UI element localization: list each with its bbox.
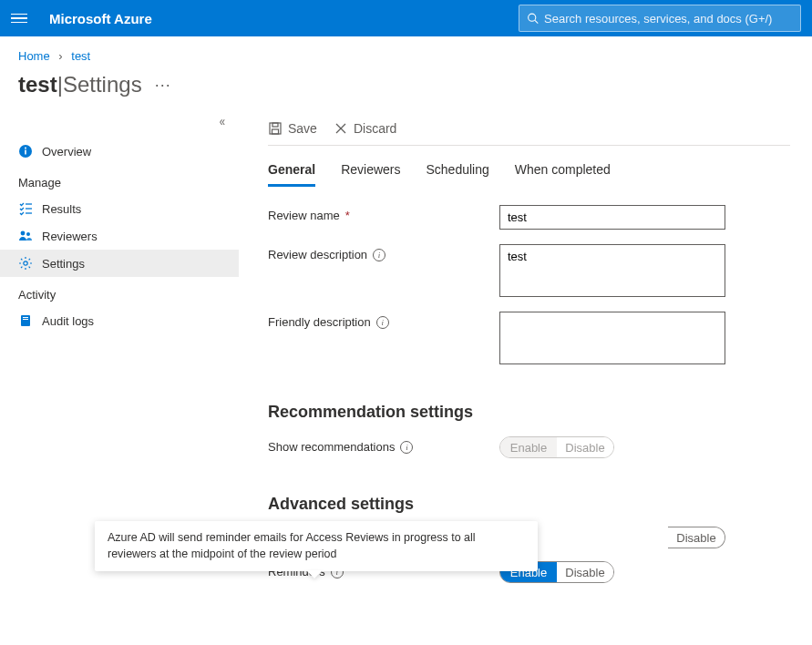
- review-description-label: Review description: [268, 248, 367, 261]
- svg-rect-15: [272, 123, 278, 127]
- tab-scheduling[interactable]: Scheduling: [427, 162, 489, 187]
- row-friendly-description: Friendly description i: [268, 312, 790, 364]
- svg-rect-12: [23, 317, 28, 318]
- row-review-name: Review name *: [268, 205, 790, 230]
- discard-label: Discard: [354, 121, 396, 136]
- book-icon: [18, 313, 33, 328]
- svg-point-10: [24, 261, 27, 265]
- search-input[interactable]: [544, 12, 793, 26]
- review-name-input[interactable]: [499, 205, 725, 230]
- main-content: Save Discard General Reviewers Schedulin…: [239, 114, 812, 640]
- save-button[interactable]: Save: [268, 121, 317, 136]
- review-description-input[interactable]: test: [499, 244, 725, 297]
- discard-button[interactable]: Discard: [334, 121, 396, 136]
- command-bar: Save Discard: [268, 114, 790, 146]
- toggle-disable[interactable]: Disable: [557, 562, 613, 582]
- svg-point-9: [26, 232, 30, 236]
- sidebar-item-settings[interactable]: Settings: [0, 250, 239, 277]
- sidebar-item-label: Overview: [42, 145, 91, 159]
- breadcrumb-home[interactable]: Home: [18, 49, 50, 63]
- info-icon[interactable]: i: [400, 441, 413, 454]
- row-review-description: Review description i test: [268, 244, 790, 297]
- sidebar-item-results[interactable]: Results: [0, 195, 239, 222]
- save-label: Save: [288, 121, 317, 136]
- collapse-sidebar-icon[interactable]: «: [220, 114, 225, 128]
- row-show-recommendations: Show recommendations i Enable Disable: [268, 436, 790, 458]
- svg-point-8: [21, 231, 26, 236]
- sidebar-header-manage: Manage: [0, 165, 239, 195]
- tab-general[interactable]: General: [268, 162, 315, 187]
- info-icon[interactable]: i: [373, 249, 385, 261]
- sidebar-item-audit-logs[interactable]: Audit logs: [0, 307, 239, 334]
- svg-rect-16: [272, 129, 279, 134]
- page-title-page: Settings: [63, 72, 142, 97]
- toggle-disable[interactable]: Disable: [668, 527, 725, 548]
- friendly-description-input[interactable]: [499, 312, 725, 364]
- sidebar-header-activity: Activity: [0, 277, 239, 307]
- section-recommendation-settings: Recommendation settings: [268, 403, 790, 422]
- review-name-label: Review name: [268, 209, 340, 222]
- show-recommendations-label: Show recommendations: [268, 440, 395, 454]
- tab-when-completed[interactable]: When completed: [515, 162, 611, 187]
- required-star: *: [345, 209, 350, 222]
- page-title-resource: test: [18, 72, 57, 97]
- section-advanced-settings: Advanced settings: [268, 495, 790, 514]
- svg-rect-14: [270, 123, 281, 134]
- gear-icon: [18, 256, 33, 271]
- breadcrumb-current[interactable]: test: [71, 49, 90, 63]
- page-title-bar: test | Settings ···: [0, 67, 812, 114]
- svg-point-0: [529, 14, 536, 21]
- sidebar-item-overview[interactable]: Overview: [0, 138, 239, 165]
- search-icon: [527, 12, 539, 25]
- brand-label: Microsoft Azure: [49, 11, 152, 26]
- tooltip-text: Azure AD will send reminder emails for A…: [108, 531, 476, 560]
- svg-point-4: [25, 148, 26, 149]
- sidebar-item-label: Settings: [42, 257, 85, 271]
- svg-rect-13: [23, 319, 28, 320]
- sidebar-item-label: Results: [42, 202, 81, 216]
- top-header: Microsoft Azure: [0, 0, 812, 36]
- global-search[interactable]: [519, 5, 801, 32]
- close-icon: [334, 121, 348, 136]
- sidebar-item-label: Audit logs: [42, 314, 94, 328]
- sidebar-item-label: Reviewers: [42, 230, 98, 243]
- friendly-description-label: Friendly description: [268, 315, 371, 329]
- save-icon: [268, 121, 283, 136]
- tooltip: Azure AD will send reminder emails for A…: [95, 521, 538, 571]
- svg-rect-3: [25, 150, 26, 155]
- toggle-disable: Disable: [557, 437, 613, 457]
- svg-rect-11: [21, 315, 30, 326]
- svg-line-1: [535, 20, 538, 23]
- tabs: General Reviewers Scheduling When comple…: [268, 162, 790, 187]
- breadcrumb: Home › test: [0, 36, 812, 67]
- chevron-right-icon: ›: [58, 49, 62, 63]
- tab-reviewers[interactable]: Reviewers: [341, 162, 400, 187]
- info-icon: [18, 144, 33, 159]
- more-icon[interactable]: ···: [155, 76, 171, 95]
- info-icon[interactable]: i: [376, 316, 389, 329]
- advanced-row1-toggle-disable[interactable]: Disable: [668, 527, 725, 548]
- show-recommendations-toggle: Enable Disable: [499, 436, 614, 458]
- toggle-enable: Enable: [500, 437, 557, 457]
- menu-icon[interactable]: [11, 10, 27, 26]
- people-icon: [18, 229, 33, 243]
- sidebar-item-reviewers[interactable]: Reviewers: [0, 222, 239, 250]
- list-check-icon: [18, 201, 33, 216]
